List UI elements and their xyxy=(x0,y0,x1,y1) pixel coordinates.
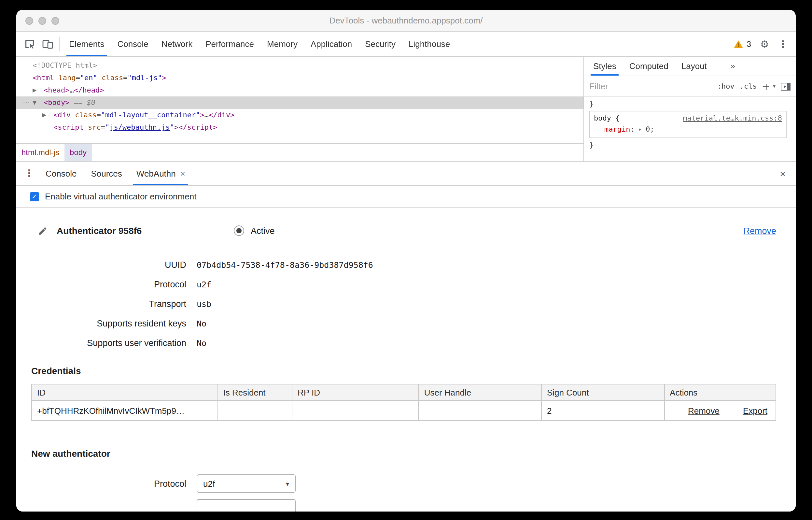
close-drawer-icon[interactable]: × xyxy=(774,162,792,185)
css-selector[interactable]: body xyxy=(594,114,611,123)
traffic-lights xyxy=(25,17,59,25)
window-title: DevTools - webauthndemo.appspot.com/ xyxy=(329,16,482,25)
field-value: u2f xyxy=(197,279,211,289)
credentials-header-row: ID Is Resident RP ID User Handle Sign Co… xyxy=(32,384,776,400)
css-property-value[interactable]: 0; xyxy=(646,125,654,134)
doctype-text: <!DOCTYPE html> xyxy=(33,61,97,70)
tab-security[interactable]: Security xyxy=(359,32,402,56)
close-webauthn-tab-icon[interactable]: × xyxy=(180,168,185,178)
tab-computed[interactable]: Computed xyxy=(623,57,675,76)
col-rp-id: RP ID xyxy=(292,384,419,400)
device-toolbar-icon[interactable] xyxy=(38,32,57,56)
node-doctype[interactable]: <!DOCTYPE html> xyxy=(16,59,583,72)
styles-filter-bar: :hov .cls + ▾ xyxy=(584,76,796,97)
node-head[interactable]: ▶<head>…</head> xyxy=(16,84,583,97)
field-label: UUID xyxy=(31,260,186,269)
new-style-rule-icon[interactable]: + xyxy=(762,80,770,92)
drawer-tab-console[interactable]: Console xyxy=(38,162,84,185)
col-id: ID xyxy=(32,384,218,400)
breadcrumb-html[interactable]: html.mdl-js xyxy=(16,144,64,161)
close-window-button[interactable] xyxy=(25,17,33,25)
dom-breadcrumbs: html.mdl-js body xyxy=(16,144,583,161)
credential-is-resident xyxy=(218,400,292,421)
zoom-window-button[interactable] xyxy=(51,17,59,25)
remove-authenticator-link[interactable]: Remove xyxy=(743,226,776,236)
authenticator-title: Authenticator 958f6 xyxy=(57,226,226,236)
node-script[interactable]: <script src="js/webauthn.js"></script> xyxy=(16,121,583,134)
protocol-select-value: u2f xyxy=(203,478,215,488)
css-rule-body[interactable]: body {material.te…k.min.css:8 margin: ▸ … xyxy=(589,111,787,138)
credential-sign-count: 2 xyxy=(541,400,664,421)
tab-layout[interactable]: Layout xyxy=(675,57,713,76)
node-div-container[interactable]: ▶<div class="mdl-layout__container">…</d… xyxy=(16,109,583,121)
drawer-tab-webauthn[interactable]: WebAuthn× xyxy=(129,162,192,185)
tab-styles[interactable]: Styles xyxy=(587,57,623,76)
radio-icon xyxy=(234,226,244,236)
drawer-tabs: Console Sources WebAuthn× xyxy=(38,162,192,185)
checkmark-icon: ✓ xyxy=(32,193,37,200)
pseudo-state-toggle[interactable]: :hov xyxy=(717,82,734,90)
tab-application[interactable]: Application xyxy=(304,32,359,56)
styles-tabs: Styles Computed Layout » xyxy=(584,57,796,76)
collapse-arrow-icon[interactable]: ▼ xyxy=(33,97,44,109)
styles-filter-input[interactable] xyxy=(589,81,680,91)
export-credential-link[interactable]: Export xyxy=(743,406,767,415)
dock-sidebar-icon[interactable] xyxy=(781,82,790,90)
screen: DevTools - webauthndemo.appspot.com/ Ele… xyxy=(0,0,812,520)
more-tabs-icon[interactable]: » xyxy=(725,57,741,76)
radio-dot xyxy=(236,228,242,233)
tab-memory[interactable]: Memory xyxy=(260,32,304,56)
css-property-name[interactable]: margin xyxy=(604,125,630,134)
main-menu-icon[interactable]: ⋮ xyxy=(778,38,788,50)
tab-console-label: Console xyxy=(117,39,148,49)
new-rule-caret-icon[interactable]: ▾ xyxy=(773,83,776,89)
styles-rules: } body {material.te…k.min.css:8 margin: … xyxy=(584,97,796,161)
stylesheet-source-link[interactable]: material.te…k.min.css:8 xyxy=(683,113,782,124)
credential-row: +bfTQHHRzKOfhilMnvIvCIkWTm5p9… 2 Remove … xyxy=(32,400,776,421)
styles-sidebar: Styles Computed Layout » :hov .cls + ▾ xyxy=(583,57,796,161)
remove-credential-link[interactable]: Remove xyxy=(688,406,720,415)
minimize-window-button[interactable] xyxy=(38,17,46,25)
breadcrumb-body[interactable]: body xyxy=(64,144,92,161)
tab-network[interactable]: Network xyxy=(155,32,199,56)
expand-shorthand-icon[interactable]: ▸ xyxy=(639,126,641,132)
node-html[interactable]: <html lang="en" class="mdl-js"> xyxy=(16,72,583,84)
cutoff-select[interactable] xyxy=(197,499,296,512)
drawer-menu-icon[interactable]: ⋮ xyxy=(20,162,38,185)
col-user-handle: User Handle xyxy=(419,384,541,400)
script-src-link[interactable]: js/webauthn.js xyxy=(109,123,170,132)
tab-elements[interactable]: Elements xyxy=(62,32,111,56)
protocol-select[interactable]: u2f ▾ xyxy=(197,474,296,493)
node-body-selected[interactable]: ⋯▼<body> == $0 xyxy=(16,97,583,109)
drawer-tab-sources[interactable]: Sources xyxy=(84,162,129,185)
expand-arrow-icon[interactable]: ▶ xyxy=(42,109,53,121)
field-row-user-verification: Supports user verification No xyxy=(31,333,776,353)
field-value: No xyxy=(197,338,206,348)
active-radio[interactable]: Active xyxy=(234,226,275,236)
tab-console[interactable]: Console xyxy=(111,32,155,56)
col-actions: Actions xyxy=(664,384,776,400)
field-label: Protocol xyxy=(31,279,186,289)
inspect-element-icon[interactable] xyxy=(20,32,38,56)
warning-icon: ! xyxy=(733,40,743,48)
field-value: No xyxy=(197,318,206,328)
console-warning-badge[interactable]: ! 3 xyxy=(733,40,751,49)
node-menu-dots-icon[interactable]: ⋯ xyxy=(23,97,30,109)
window-titlebar: DevTools - webauthndemo.appspot.com/ xyxy=(16,10,796,32)
tab-performance[interactable]: Performance xyxy=(199,32,260,56)
edit-name-pencil-icon[interactable] xyxy=(38,226,48,236)
protocol-label: Protocol xyxy=(31,478,186,488)
devtools-toolbar: Elements Console Network Performance Mem… xyxy=(16,32,796,57)
class-toggle[interactable]: .cls xyxy=(740,82,757,90)
tab-memory-label: Memory xyxy=(267,39,298,49)
enable-virtual-authenticator-checkbox[interactable]: ✓ xyxy=(30,192,39,201)
field-row-transport: Transport usb xyxy=(31,294,776,313)
tab-lighthouse[interactable]: Lighthouse xyxy=(402,32,456,56)
authenticator-fields: UUID 07b4db54-7538-4f78-8a36-9bd387d958f… xyxy=(31,255,776,353)
tab-performance-label: Performance xyxy=(205,39,254,49)
settings-gear-icon[interactable]: ⚙ xyxy=(760,38,769,50)
credential-id: +bfTQHHRzKOfhilMnvIvCIkWTm5p9… xyxy=(32,400,218,421)
expand-arrow-icon[interactable]: ▶ xyxy=(33,84,44,97)
dom-tree: <!DOCTYPE html> <html lang="en" class="m… xyxy=(16,57,583,144)
virtual-authenticator-toggle-row: ✓ Enable virtual authenticator environme… xyxy=(16,186,796,208)
